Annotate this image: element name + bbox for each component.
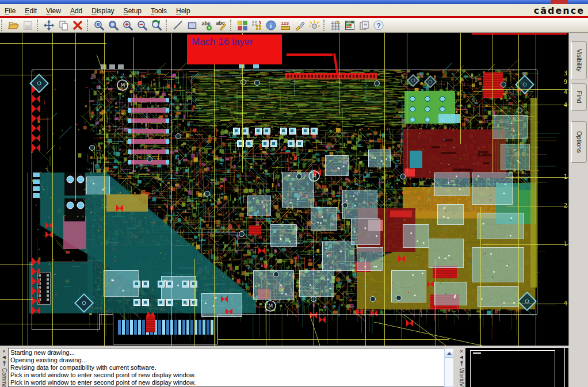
side-tab-visibility[interactable]: Visibility <box>571 41 587 79</box>
text-add-icon: abc <box>201 20 212 31</box>
move-icon <box>43 20 55 31</box>
pcb-layout-canvas[interactable] <box>0 33 568 346</box>
color-visibility-button[interactable] <box>235 19 249 32</box>
show-element-button[interactable]: i <box>264 19 278 32</box>
toolbar-group: i123 <box>230 20 323 31</box>
delete-button[interactable] <box>70 19 85 32</box>
copy-icon <box>58 20 69 31</box>
console-close-icon[interactable]: × <box>2 348 5 354</box>
zoom-points-button[interactable] <box>91 19 106 32</box>
worldview-pin-icon[interactable] <box>459 360 464 367</box>
save-button[interactable] <box>20 19 35 32</box>
add-line-button[interactable] <box>170 19 185 32</box>
menu-file[interactable]: File <box>0 6 20 16</box>
console-collapse-icon[interactable]: ◄ <box>2 354 7 360</box>
colors-icon <box>236 20 248 31</box>
side-tab-label: Visibility <box>576 49 583 72</box>
control-panel-tab-strip: VisibilityFindOptions <box>568 33 588 346</box>
titlebar-accent <box>551 0 568 4</box>
console-dock-strip: × ◄ Command <box>0 348 8 387</box>
add-text-button[interactable]: abc <box>199 19 213 32</box>
text-edit-icon: abc <box>215 20 227 31</box>
console-title: Command <box>1 368 7 387</box>
console-message: Revising data for compatibility with cur… <box>10 364 444 371</box>
world-view-panel: × ◄ WorldView <box>457 348 588 387</box>
menu-display[interactable]: Display <box>87 6 119 16</box>
line-icon <box>172 20 184 31</box>
move-button[interactable] <box>41 19 56 32</box>
zoom-fit-button[interactable] <box>106 19 120 32</box>
worldview-marker <box>473 352 481 354</box>
worldview-canvas[interactable] <box>465 348 568 387</box>
console-pin-icon[interactable] <box>2 360 7 367</box>
open-button[interactable] <box>6 19 20 32</box>
worldview-close-icon[interactable]: × <box>460 348 463 354</box>
layer-annotation-label: Mach 16 layer <box>187 35 282 64</box>
console-message: Opening existing drawing... <box>10 357 444 364</box>
side-tab-find[interactable]: Find <box>571 83 587 111</box>
swap-icon <box>251 20 262 31</box>
rect-icon <box>186 20 198 31</box>
toolbar-group <box>87 20 166 31</box>
flash-icon <box>308 20 320 31</box>
menu-setup[interactable]: Setup <box>119 6 146 16</box>
menu-bar: FileEditViewAddDisplaySetupToolsHelp cād… <box>0 4 588 16</box>
docs-icon <box>358 20 370 31</box>
dehighlight-button[interactable] <box>292 19 307 32</box>
menu-help[interactable]: Help <box>171 6 195 16</box>
worldview-dock-strip: × ◄ WorldView <box>457 348 465 387</box>
worldview-collapse-icon[interactable]: ◄ <box>459 354 464 360</box>
toolbar-group <box>37 20 87 31</box>
svg-text:CM: CM <box>346 21 350 24</box>
toolbar-group <box>1 20 37 31</box>
console-scrollbar[interactable] <box>444 348 454 387</box>
constraint-manager-button[interactable]: CM <box>342 19 357 32</box>
menu-items: FileEditViewAddDisplaySetupToolsHelp <box>0 5 195 16</box>
menu-view[interactable]: View <box>41 6 66 16</box>
window-titlebar[interactable] <box>0 0 588 4</box>
cadence-logo: cādence <box>534 5 585 16</box>
svg-text:123: 123 <box>281 21 289 26</box>
side-tab-label: Options <box>576 131 583 153</box>
help-icon: ? <box>373 20 384 31</box>
highlight-button[interactable] <box>307 19 321 32</box>
side-tab-options[interactable]: Options <box>571 121 587 163</box>
console-message-list[interactable]: Starting new drawing...Opening existing … <box>8 348 444 387</box>
zoom-in-icon <box>122 20 133 31</box>
measure-icon: 123 <box>280 20 291 31</box>
up-arrow-icon <box>447 352 452 355</box>
svg-text:?: ? <box>376 21 380 29</box>
zoom-previous-icon <box>151 20 162 31</box>
add-rectangle-button[interactable] <box>185 19 199 32</box>
toolbar-group: abcabc <box>166 20 230 31</box>
toolbar-group: CM? <box>323 20 388 31</box>
zoom-in-button[interactable] <box>120 19 135 32</box>
zoom-out-button[interactable] <box>135 19 149 32</box>
help-button[interactable]: ? <box>371 19 385 32</box>
save-icon <box>22 20 33 31</box>
design-canvas-area[interactable]: Mach 16 layer <box>0 33 568 346</box>
layer-swap-button[interactable] <box>249 19 264 32</box>
zoom-previous-button[interactable] <box>149 19 163 32</box>
grid-toggle-button[interactable] <box>328 19 342 32</box>
worldview-title: WorldView <box>459 368 465 387</box>
menu-edit[interactable]: Edit <box>20 6 41 16</box>
shadow-mode-button[interactable] <box>357 19 371 32</box>
show-measure-button[interactable]: 123 <box>278 19 292 32</box>
command-console-panel: × ◄ Command Starting new drawing...Openi… <box>0 348 455 387</box>
open-folder-icon <box>7 20 19 31</box>
cm-table-icon: CM <box>344 20 356 31</box>
svg-text:i: i <box>270 22 272 29</box>
copy-button[interactable] <box>56 19 70 32</box>
menu-tools[interactable]: Tools <box>146 6 171 16</box>
zoom-fit-icon <box>108 20 119 31</box>
scroll-up-button[interactable] <box>445 349 453 358</box>
console-message: Starting new drawing... <box>10 349 444 357</box>
toolbar: abcabci123CM? <box>0 18 588 33</box>
console-message: Pick in world window to enter second poi… <box>10 371 444 379</box>
worldview-divider <box>564 348 565 387</box>
brush-icon <box>294 20 306 31</box>
worldview-extent-rectangle <box>470 350 555 387</box>
menu-add[interactable]: Add <box>66 6 87 16</box>
edit-text-button[interactable]: abc <box>213 19 228 32</box>
